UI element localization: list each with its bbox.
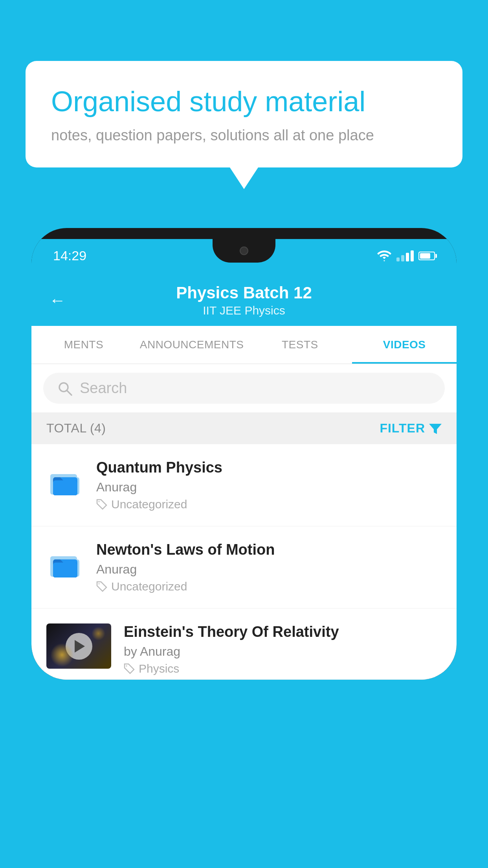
header-subtitle: IIT JEE Physics: [176, 304, 312, 317]
filter-label: FILTER: [380, 421, 425, 436]
tab-ments[interactable]: MENTS: [31, 326, 136, 364]
app-header: ← Physics Batch 12 IIT JEE Physics: [31, 272, 457, 326]
video-info-1: Quantum Physics Anurag Uncategorized: [96, 459, 442, 511]
tabs-container: MENTS ANNOUNCEMENTS TESTS VIDEOS: [31, 326, 457, 364]
video-author-3: by Anurag: [124, 644, 442, 659]
search-container: Search: [31, 364, 457, 412]
search-input-placeholder: Search: [80, 380, 127, 397]
filter-bar: TOTAL (4) FILTER: [31, 412, 457, 444]
video-author-2: Anurag: [96, 562, 442, 577]
bubble-subtitle: notes, question papers, solutions all at…: [51, 127, 437, 144]
svg-rect-9: [53, 563, 77, 577]
list-item[interactable]: Quantum Physics Anurag Uncategorized: [31, 444, 457, 526]
battery-icon: [418, 252, 435, 260]
filter-button[interactable]: FILTER: [380, 421, 442, 436]
tab-videos[interactable]: VIDEOS: [352, 326, 457, 364]
filter-icon: [429, 422, 442, 435]
svg-point-10: [99, 583, 100, 585]
tag-label-2: Uncategorized: [111, 580, 187, 593]
video-info-2: Newton's Laws of Motion Anurag Uncategor…: [96, 541, 442, 593]
search-icon: [57, 381, 73, 396]
tag-icon-3: [124, 663, 135, 674]
speech-bubble-container: Organised study material notes, question…: [26, 61, 462, 167]
camera-dot: [240, 246, 248, 255]
status-time: 14:29: [53, 248, 86, 263]
list-item[interactable]: Einstein's Theory Of Relativity by Anura…: [31, 609, 457, 680]
video-title-2: Newton's Laws of Motion: [96, 541, 442, 558]
tag-icon-1: [96, 499, 107, 510]
tag-label-1: Uncategorized: [111, 498, 187, 511]
phone-frame: 14:29: [31, 228, 457, 680]
back-button[interactable]: ←: [49, 291, 66, 310]
total-count: TOTAL (4): [46, 421, 106, 436]
tab-tests[interactable]: TESTS: [248, 326, 352, 364]
video-author-1: Anurag: [96, 480, 442, 495]
notch: [213, 239, 275, 263]
svg-marker-2: [429, 424, 442, 434]
status-icons: [377, 250, 435, 261]
svg-point-6: [99, 501, 100, 502]
video-list: Quantum Physics Anurag Uncategorized: [31, 444, 457, 680]
list-item[interactable]: Newton's Laws of Motion Anurag Uncategor…: [31, 526, 457, 609]
tag-icon-2: [96, 581, 107, 592]
video-title-1: Quantum Physics: [96, 459, 442, 476]
bubble-title: Organised study material: [51, 85, 437, 118]
header-title-block: Physics Batch 12 IIT JEE Physics: [176, 283, 312, 317]
folder-icon-1: [46, 462, 84, 500]
video-tag-3: Physics: [124, 662, 442, 675]
tag-label-3: Physics: [139, 662, 179, 675]
tab-announcements[interactable]: ANNOUNCEMENTS: [136, 326, 248, 364]
wifi-icon: [377, 250, 392, 261]
status-bar: 14:29: [31, 239, 457, 272]
speech-bubble: Organised study material notes, question…: [26, 61, 462, 167]
video-tag-2: Uncategorized: [96, 580, 442, 593]
video-info-3: Einstein's Theory Of Relativity by Anura…: [124, 623, 442, 675]
search-bar[interactable]: Search: [43, 373, 445, 404]
video-tag-1: Uncategorized: [96, 498, 442, 511]
video-thumbnail-3: [46, 623, 111, 669]
folder-icon-2: [46, 544, 84, 582]
signal-icon: [396, 250, 414, 261]
svg-rect-5: [53, 480, 77, 495]
phone-frame-container: 14:29: [31, 228, 457, 868]
svg-point-11: [126, 666, 127, 667]
video-title-3: Einstein's Theory Of Relativity: [124, 623, 442, 640]
header-title: Physics Batch 12: [176, 283, 312, 302]
svg-line-1: [67, 390, 72, 395]
